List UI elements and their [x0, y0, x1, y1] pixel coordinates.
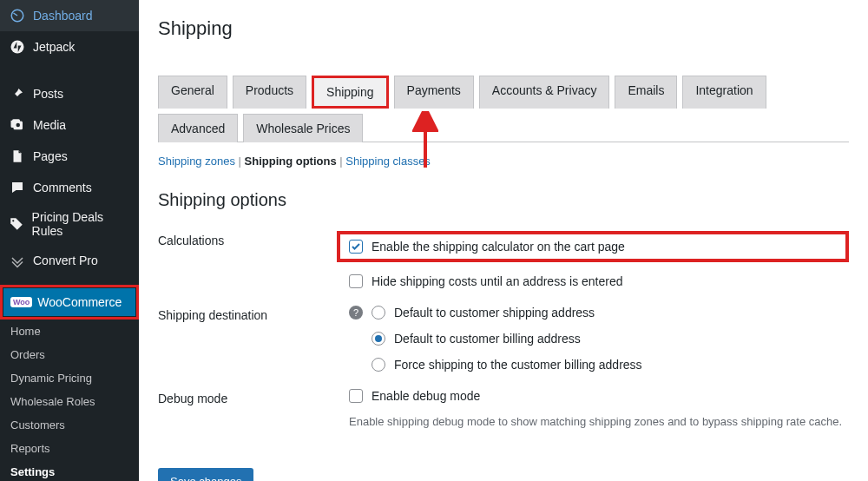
label-debug-mode: Debug mode [158, 389, 349, 405]
sidebar-item-pricing-deals[interactable]: Pricing Deals Rules [0, 203, 139, 245]
submenu-item-settings[interactable]: Settings [0, 460, 139, 481]
svg-point-2 [16, 123, 21, 128]
opt-enable-shipping-calculator[interactable]: Enable the shipping calculator on the ca… [337, 231, 849, 262]
highlight-box-woocommerce: Woo WooCommerce [0, 285, 139, 320]
sidebar-item-posts[interactable]: Posts [0, 78, 139, 109]
pin-icon [9, 85, 26, 102]
tab-payments[interactable]: Payments [394, 76, 474, 109]
tab-products[interactable]: Products [233, 76, 306, 109]
sidebar-label: Pricing Deals Rules [32, 210, 130, 238]
opt-enable-debug-mode[interactable]: Enable debug mode [349, 389, 849, 403]
row-shipping-destination: Shipping destination ? Default to custom… [158, 306, 849, 372]
shipping-subtabs: Shipping zones | Shipping options | Ship… [158, 146, 849, 183]
convert-icon [9, 252, 26, 269]
checkbox-enable-debug[interactable] [349, 389, 363, 403]
sidebar-label: Media [33, 118, 66, 132]
row-debug-mode: Debug mode Enable debug mode Enable ship… [158, 389, 849, 428]
tab-integration[interactable]: Integration [682, 76, 766, 109]
sidebar-label: Comments [33, 181, 92, 194]
radio-dest-force-billing[interactable] [372, 358, 385, 372]
woo-icon: Woo [10, 297, 32, 307]
subtab-shipping-zones[interactable]: Shipping zones [158, 155, 235, 168]
admin-sidebar: Dashboard Jetpack Posts Media Pages Comm… [0, 0, 139, 481]
svg-point-1 [11, 41, 24, 54]
help-icon[interactable]: ? [349, 306, 363, 320]
sidebar-label: Dashboard [33, 9, 93, 23]
tab-shipping[interactable]: Shipping [312, 76, 389, 109]
subtab-shipping-classes[interactable]: Shipping classes [345, 155, 431, 168]
sidebar-item-comments[interactable]: Comments [0, 172, 139, 203]
sidebar-item-convert-pro[interactable]: Convert Pro [0, 245, 139, 276]
jetpack-icon [9, 38, 26, 56]
subtab-shipping-options[interactable]: Shipping options [245, 155, 337, 168]
submenu-item-home[interactable]: Home [0, 320, 139, 343]
submenu-item-reports[interactable]: Reports [0, 437, 139, 460]
submenu-item-customers[interactable]: Customers [0, 413, 139, 437]
sidebar-item-dashboard[interactable]: Dashboard [0, 0, 139, 31]
checkbox-hide-shipping-costs[interactable] [349, 274, 363, 288]
page-icon [9, 148, 26, 165]
section-heading: Shipping options [158, 190, 849, 210]
settings-panel: Shipping General Products Shipping Payme… [139, 0, 868, 481]
page-title: Shipping [158, 17, 849, 40]
comments-icon [9, 179, 26, 196]
label-calculations: Calculations [158, 231, 349, 247]
dashboard-icon [9, 7, 26, 24]
sidebar-label: Pages [33, 149, 68, 163]
sidebar-item-jetpack[interactable]: Jetpack [0, 31, 139, 63]
media-icon [9, 116, 26, 134]
tab-general[interactable]: General [158, 76, 227, 109]
tag-icon [9, 215, 25, 233]
opt-dest-force-billing[interactable]: Force shipping to the customer billing a… [372, 358, 849, 372]
settings-tabs: General Products Shipping Payments Accou… [158, 75, 849, 142]
sidebar-item-media[interactable]: Media [0, 109, 139, 141]
sidebar-label: WooCommerce [37, 295, 122, 309]
sidebar-label: Posts [33, 87, 63, 101]
tab-emails[interactable]: Emails [615, 76, 677, 109]
submenu-item-wholesale-roles[interactable]: Wholesale Roles [0, 390, 139, 413]
opt-hide-shipping-costs[interactable]: Hide shipping costs until an address is … [349, 274, 849, 288]
opt-dest-billing-address[interactable]: Default to customer billing address [372, 332, 849, 346]
radio-dest-shipping[interactable] [372, 306, 385, 320]
sidebar-label: Jetpack [33, 40, 75, 54]
debug-description: Enable shipping debug mode to show match… [349, 415, 849, 428]
svg-point-3 [12, 220, 14, 221]
radio-dest-billing[interactable] [372, 332, 385, 346]
checkbox-enable-shipping-calculator[interactable] [349, 240, 363, 254]
submenu-item-orders[interactable]: Orders [0, 343, 139, 366]
tab-advanced[interactable]: Advanced [158, 114, 238, 142]
sidebar-item-woocommerce[interactable]: Woo WooCommerce [3, 288, 135, 316]
row-calculations: Calculations Enable the shipping calcula… [158, 231, 849, 288]
save-changes-button[interactable]: Save changes [158, 468, 253, 481]
label-shipping-destination: Shipping destination [158, 306, 349, 322]
submenu-item-dynamic-pricing[interactable]: Dynamic Pricing [0, 366, 139, 390]
opt-dest-shipping-address[interactable]: Default to customer shipping address [372, 306, 849, 320]
sidebar-item-pages[interactable]: Pages [0, 141, 139, 172]
sidebar-label: Convert Pro [33, 254, 98, 267]
tab-accounts-privacy[interactable]: Accounts & Privacy [479, 76, 610, 109]
tab-wholesale-prices[interactable]: Wholesale Prices [243, 114, 363, 142]
